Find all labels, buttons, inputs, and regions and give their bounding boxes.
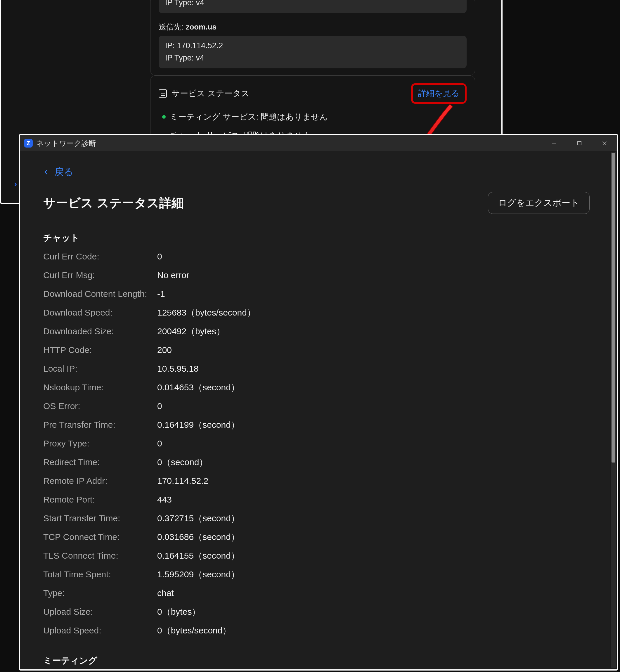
kv-row: Redirect Time:0（second） (43, 456, 589, 468)
kv-row: Type:chat (43, 587, 589, 599)
kv-label: Curl Err Code: (43, 250, 157, 263)
kv-value: 0.164199（second） (157, 419, 240, 431)
kv-label: Download Speed: (43, 307, 157, 319)
close-button[interactable] (592, 135, 617, 151)
kv-value: 0（bytes） (157, 606, 200, 618)
kv-value: No error (157, 269, 189, 281)
kv-label: HTTP Code: (43, 344, 157, 356)
window-title: ネットワーク診断 (36, 139, 96, 148)
page-title: サービス ステータス詳細 (43, 195, 184, 211)
minimize-button[interactable] (542, 135, 567, 151)
window-body: 戻る サービス ステータス詳細 ログをエクスポート チャット Curl Err … (20, 151, 610, 669)
service-status-title-wrap: サービス ステータス (159, 88, 250, 99)
section-meeting-title: ミーティング (43, 655, 589, 667)
kv-row: TCP Connect Time:0.031686（second） (43, 531, 589, 543)
list-icon (159, 89, 167, 98)
kv-label: Redirect Time: (43, 456, 157, 468)
ip-info-box: IP: 170.114.52.2 IP Type: v4 (159, 36, 467, 68)
export-log-button[interactable]: ログをエクスポート (488, 192, 589, 214)
detail-link-highlight: 詳細を見る (411, 83, 467, 104)
kv-label: TLS Connect Time: (43, 550, 157, 562)
ip-info-box-prev: IP Type: v4 (159, 0, 467, 13)
kv-label: OS Error: (43, 400, 157, 412)
kv-label: Proxy Type: (43, 437, 157, 450)
kv-row: Remote Port:443 (43, 494, 589, 506)
kv-label: Start Transfer Time: (43, 512, 157, 524)
kv-row: Download Speed:125683（bytes/second） (43, 307, 589, 319)
kv-value: 170.114.52.2 (157, 475, 208, 487)
kv-value: 1.595209（second） (157, 568, 240, 580)
titlebar[interactable]: Z ネットワーク診断 (20, 135, 617, 151)
scrollbar-thumb[interactable] (612, 153, 615, 463)
kv-label: Download Content Length: (43, 288, 157, 300)
status-dot-green (162, 115, 166, 119)
svg-rect-1 (578, 142, 581, 145)
kv-row: Proxy Type:0 (43, 437, 589, 450)
kv-row: Download Content Length:-1 (43, 288, 589, 300)
kv-label: Downloaded Size: (43, 325, 157, 338)
view-detail-link[interactable]: 詳細を見る (418, 89, 460, 98)
maximize-button[interactable] (567, 135, 592, 151)
kv-value: 125683（bytes/second） (157, 307, 256, 319)
kv-row: Remote IP Addr:170.114.52.2 (43, 475, 589, 487)
truncated-link: › (14, 179, 17, 189)
kv-value: 10.5.95.18 (157, 363, 199, 375)
section-chat-title: チャット (43, 232, 589, 244)
kv-label: Upload Size: (43, 606, 157, 618)
kv-label: Total Time Spent: (43, 568, 157, 580)
kv-label: Nslookup Time: (43, 381, 157, 394)
destination-label: 送信先: zoom.us (159, 22, 467, 32)
kv-value: 0.372715（second） (157, 512, 240, 524)
kv-row: Nslookup Time:0.014653（second） (43, 381, 589, 394)
kv-row: Curl Err Msg:No error (43, 269, 589, 281)
ip-type-line: IP Type: v4 (165, 0, 460, 9)
kv-row: TLS Connect Time:0.164155（second） (43, 550, 589, 562)
kv-value: 200492（bytes） (157, 325, 225, 338)
window-controls (542, 135, 617, 151)
kv-value: 0.031686（second） (157, 531, 240, 543)
section-chat-rows: Curl Err Code:0Curl Err Msg:No errorDown… (43, 250, 589, 637)
scrollbar[interactable] (611, 152, 616, 668)
kv-value: 0.164155（second） (157, 550, 240, 562)
kv-label: Upload Speed: (43, 624, 157, 637)
kv-row: Total Time Spent:1.595209（second） (43, 568, 589, 580)
kv-label: Local IP: (43, 363, 157, 375)
kv-row: Start Transfer Time:0.372715（second） (43, 512, 589, 524)
kv-label: TCP Connect Time: (43, 531, 157, 543)
kv-row: Curl Err Code:0 (43, 250, 589, 263)
kv-row: Downloaded Size:200492（bytes） (43, 325, 589, 338)
kv-row: OS Error:0 (43, 400, 589, 412)
kv-row: Pre Transfer Time:0.164199（second） (43, 419, 589, 431)
service-item-meeting: ミーティング サービス: 問題はありません (162, 111, 467, 122)
kv-row: Upload Size:0（bytes） (43, 606, 589, 618)
kv-value: 0.014653（second） (157, 381, 240, 394)
kv-value: 0（second） (157, 456, 208, 468)
back-link[interactable]: 戻る (43, 166, 73, 178)
kv-value: 443 (157, 494, 172, 506)
service-status-header: サービス ステータス 詳細を見る (159, 83, 467, 104)
service-status-title: サービス ステータス (171, 88, 250, 99)
kv-value: 0 (157, 250, 162, 263)
kv-value: 200 (157, 344, 172, 356)
kv-row: Local IP:10.5.95.18 (43, 363, 589, 375)
page-header: サービス ステータス詳細 ログをエクスポート (43, 192, 589, 214)
zoom-app-icon: Z (24, 139, 33, 148)
kv-label: Remote Port: (43, 494, 157, 506)
kv-label: Remote IP Addr: (43, 475, 157, 487)
service-item-label: ミーティング サービス: 問題はありません (170, 111, 328, 122)
destination-host: zoom.us (186, 22, 216, 31)
kv-row: HTTP Code:200 (43, 344, 589, 356)
network-diagnostics-window: Z ネットワーク診断 戻る サービス ステータス詳細 ログをエクスポート チャッ… (19, 134, 618, 671)
back-link-label: 戻る (54, 166, 73, 178)
kv-label: Pre Transfer Time: (43, 419, 157, 431)
ip-line: IP: 170.114.52.2 (165, 40, 460, 52)
kv-label: Curl Err Msg: (43, 269, 157, 281)
kv-value: 0 (157, 400, 162, 412)
ip-type-line: IP Type: v4 (165, 52, 460, 64)
chevron-left-icon (43, 169, 49, 175)
kv-value: 0 (157, 437, 162, 450)
kv-value: chat (157, 587, 174, 599)
destination-prefix: 送信先: (159, 22, 186, 31)
kv-value: -1 (157, 288, 165, 300)
kv-label: Type: (43, 587, 157, 599)
